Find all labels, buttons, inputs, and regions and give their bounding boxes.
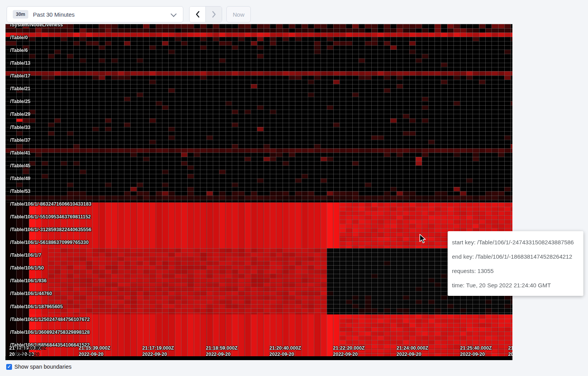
mouse-cursor-icon <box>419 234 426 244</box>
footer-controls: ✓ Show span boundaries <box>6 364 72 370</box>
key-visualizer-page: 30m Past 30 Minutes Now /System/NodeLive… <box>0 0 588 376</box>
now-button[interactable]: Now <box>226 6 251 22</box>
tooltip-start-key: start key: /Table/106/1/-247433150824388… <box>452 235 579 249</box>
show-span-boundaries-label: Show span boundaries <box>14 364 72 370</box>
tooltip-requests: requests: 13055 <box>452 264 579 278</box>
time-nav-group <box>189 6 222 22</box>
next-time-button[interactable] <box>206 7 222 22</box>
cell-tooltip: start key: /Table/106/1/-247433150824388… <box>448 231 583 296</box>
key-visualizer: /System/NodeLiveness/Table/0/Table/6/Tab… <box>5 24 512 360</box>
time-range-label: Past 30 Minutes <box>33 11 171 18</box>
show-span-boundaries-checkbox[interactable]: ✓ <box>6 364 12 370</box>
time-range-select[interactable]: 30m Past 30 Minutes <box>7 6 183 22</box>
chevron-left-icon <box>195 11 200 18</box>
chevron-down-icon <box>171 11 177 17</box>
tooltip-time: time: Tue, 20 Sep 2022 21:24:40 GMT <box>452 278 579 292</box>
time-range-badge: 30m <box>13 10 28 19</box>
chevron-right-icon <box>212 11 216 18</box>
key-visualizer-heatmap[interactable] <box>5 24 512 360</box>
prev-time-button[interactable] <box>190 7 206 22</box>
tooltip-end-key: end key: /Table/106/1/-18683814745282642… <box>452 249 579 264</box>
